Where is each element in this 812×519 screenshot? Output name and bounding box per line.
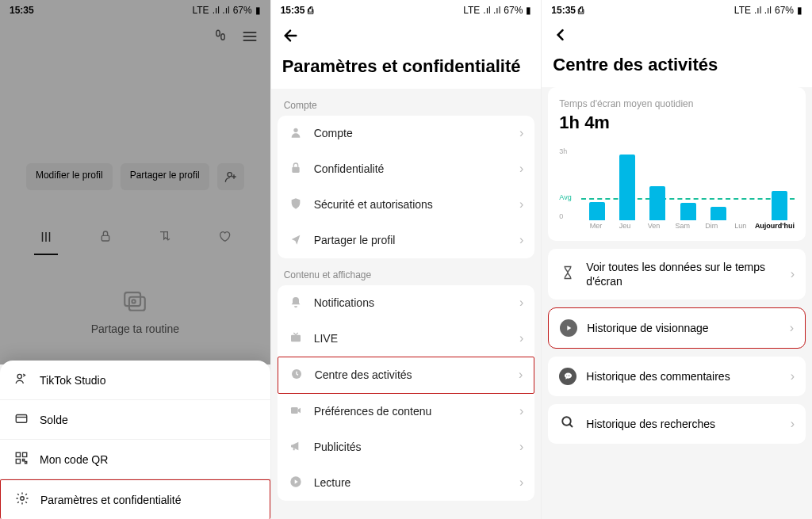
- svg-point-19: [566, 376, 567, 376]
- y-tick-avg: Avg: [559, 193, 571, 201]
- tab-heart-icon[interactable]: [213, 230, 236, 255]
- qr-icon: [14, 451, 29, 467]
- row-label: Confidentialité: [314, 162, 508, 175]
- bottom-sheet: TikTok Studio Solde Mon code QR Paramètr…: [0, 361, 270, 519]
- tab-lock-icon[interactable]: [94, 230, 117, 255]
- profile-tagline: Partage ta routine: [0, 322, 270, 335]
- row-label: Voir toutes les données sur le temps d'é…: [586, 260, 780, 288]
- settings-row-share[interactable]: Partager le profil ›: [278, 223, 535, 258]
- share-icon: [289, 233, 303, 248]
- row-label: Sécurité et autorisations: [314, 198, 508, 211]
- clock-icon: [289, 368, 304, 383]
- share-profile-button[interactable]: Partager le profil: [121, 163, 209, 190]
- see-all-screen-time[interactable]: Voir toutes les données sur le temps d'é…: [548, 249, 806, 300]
- back-arrow-icon[interactable]: [282, 33, 300, 47]
- page-title: Paramètres et confidentialité: [271, 51, 542, 89]
- settings-row-security[interactable]: Sécurité et autorisations ›: [278, 187, 535, 223]
- add-user-button[interactable]: [217, 163, 244, 190]
- settings-row-ads[interactable]: Publicités ›: [278, 429, 535, 465]
- row-label: Historique de visionnage: [587, 321, 779, 335]
- chevron-right-icon: ›: [519, 331, 523, 345]
- image-placeholder-icon: [0, 287, 270, 316]
- section-header-account: Compte: [271, 89, 542, 116]
- lock-icon: [289, 162, 303, 177]
- svg-point-7: [17, 374, 21, 378]
- sheet-item-qr[interactable]: Mon code QR: [0, 440, 270, 479]
- status-bar: 15:35 LTE .ıl .ıl 67% ▮: [0, 0, 270, 21]
- search-icon: [559, 415, 576, 433]
- svg-rect-9: [16, 452, 20, 456]
- screen-time-card: Temps d'écran moyen quotidien 1h 4m 3h A…: [548, 87, 806, 241]
- row-label: Partager le profil: [314, 234, 508, 246]
- chevron-right-icon: ›: [519, 197, 523, 212]
- svg-point-0: [216, 30, 220, 36]
- row-label: Notifications: [314, 296, 508, 309]
- svg-rect-14: [292, 166, 299, 172]
- chart-subtitle: Temps d'écran moyen quotidien: [559, 98, 795, 109]
- sheet-label: TikTok Studio: [40, 374, 106, 387]
- chevron-right-icon: ›: [519, 368, 523, 382]
- chart-bar: [649, 186, 665, 220]
- chevron-right-icon: ›: [519, 475, 523, 490]
- edit-profile-button[interactable]: Modifier le profil: [26, 163, 113, 190]
- settings-row-privacy[interactable]: Confidentialité ›: [278, 151, 535, 187]
- svg-rect-8: [16, 415, 27, 423]
- svg-point-2: [228, 173, 232, 177]
- row-label: Compte: [314, 127, 508, 139]
- tab-feed-icon[interactable]: [34, 230, 58, 255]
- search-history-row[interactable]: Historique des recherches ›: [548, 404, 806, 444]
- settings-row-activity[interactable]: Centre des activités ›: [278, 357, 535, 394]
- svg-rect-17: [291, 407, 298, 414]
- tab-bookmark-icon[interactable]: [153, 230, 177, 255]
- settings-row-live[interactable]: LIVE ›: [278, 321, 535, 357]
- status-bar: 15:35 ⎙ LTE .ıl .ıl 67% ▮: [271, 0, 542, 21]
- watch-history-row[interactable]: Historique de visionnage ›: [548, 307, 806, 349]
- svg-rect-10: [23, 452, 27, 456]
- footsteps-icon[interactable]: [213, 29, 228, 48]
- row-label: Historique des recherches: [586, 417, 780, 431]
- screen-time-chart: 3h Avg 0 MerJeuVenSamDimLunAujourd'hui: [559, 147, 795, 235]
- status-bar: 15:35 ⎙ LTE .ıl .ıl 67% ▮: [542, 0, 812, 21]
- settings-row-notifications[interactable]: Notifications ›: [278, 285, 535, 321]
- settings-row-content-pref[interactable]: Préférences de contenu ›: [278, 394, 535, 429]
- chart-category-label: Sam: [668, 222, 697, 235]
- chevron-right-icon: ›: [519, 296, 523, 310]
- status-time: 15:35 ⎙: [551, 5, 584, 16]
- sheet-item-settings[interactable]: Paramètres et confidentialité: [0, 479, 270, 519]
- chevron-right-icon: ›: [791, 369, 795, 384]
- chevron-right-icon: ›: [791, 267, 795, 281]
- svg-rect-11: [16, 460, 20, 464]
- row-label: Historique des commentaires: [586, 369, 780, 384]
- sheet-item-studio[interactable]: TikTok Studio: [0, 361, 270, 400]
- y-tick-top: 3h: [559, 147, 567, 155]
- chevron-right-icon: ›: [519, 233, 523, 247]
- play-circle-icon: [560, 319, 577, 337]
- tv-icon: [289, 331, 303, 346]
- chart-category-label: Jeu: [611, 222, 639, 235]
- megaphone-icon: [289, 440, 303, 455]
- sheet-label: Solde: [40, 414, 68, 426]
- status-time: 15:35 ⎙: [281, 5, 313, 16]
- y-tick-bottom: 0: [559, 212, 563, 220]
- page-title: Centre des activités: [542, 49, 812, 87]
- comment-history-row[interactable]: Historique des commentaires ›: [548, 357, 806, 396]
- settings-row-playback[interactable]: Lecture ›: [278, 465, 535, 501]
- chart-bar: [619, 155, 635, 220]
- status-indicators: LTE .ıl .ıl 67% ▮: [463, 5, 531, 16]
- sheet-item-balance[interactable]: Solde: [0, 400, 270, 440]
- chart-category-label: Ven: [639, 222, 668, 235]
- svg-rect-15: [291, 334, 301, 342]
- sheet-label: Mon code QR: [40, 453, 108, 466]
- menu-icon[interactable]: [242, 29, 258, 48]
- row-label: Publicités: [314, 441, 508, 453]
- chart-bar: [710, 207, 726, 220]
- chart-category-label: Lun: [726, 222, 754, 235]
- svg-point-20: [568, 376, 569, 376]
- chevron-right-icon: ›: [519, 404, 523, 418]
- back-chevron-icon[interactable]: [553, 32, 569, 45]
- shield-icon: [289, 197, 303, 212]
- play-icon: [289, 475, 303, 490]
- settings-row-account[interactable]: Compte ›: [278, 116, 535, 151]
- chevron-right-icon: ›: [790, 321, 794, 335]
- svg-point-13: [293, 128, 297, 132]
